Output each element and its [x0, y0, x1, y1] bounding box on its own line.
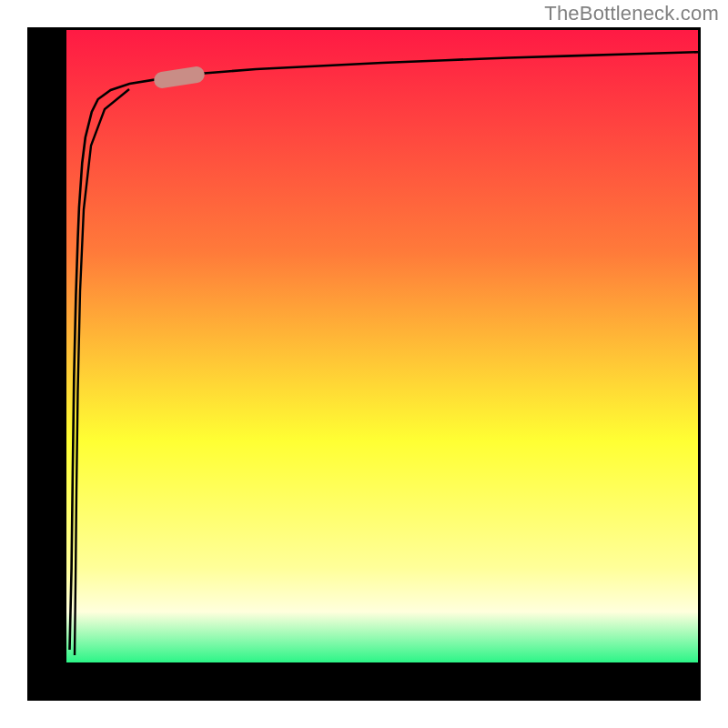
- chart-frame: TheBottleneck.com: [0, 0, 728, 728]
- chart-svg: [0, 0, 728, 728]
- attribution-text: TheBottleneck.com: [544, 2, 719, 25]
- plot-gradient: [66, 30, 698, 662]
